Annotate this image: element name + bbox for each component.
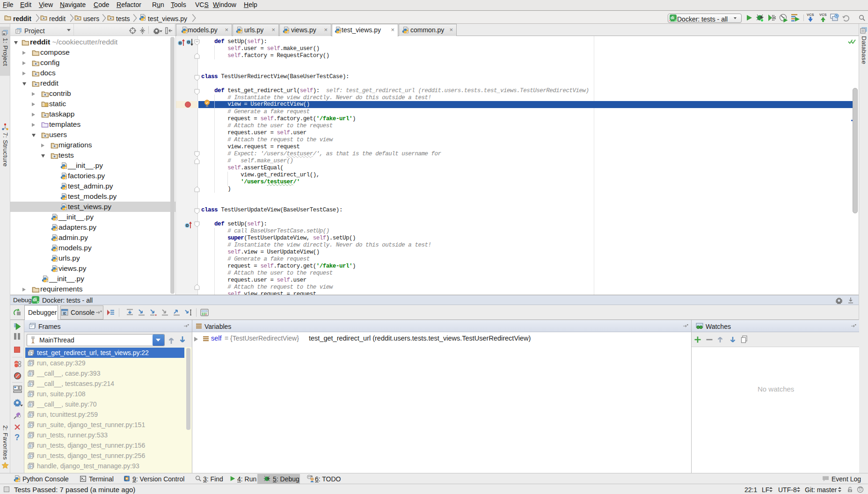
svg-text:VCS: VCS	[819, 13, 826, 17]
svg-text:VCS: VCS	[807, 13, 814, 17]
